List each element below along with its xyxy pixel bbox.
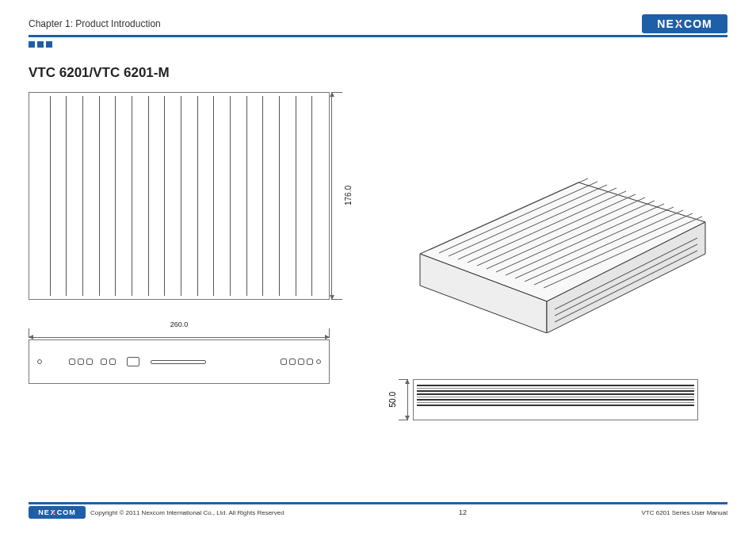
brand-logo: NEXCOM (642, 14, 727, 33)
dimension-depth: 50.0 (388, 379, 408, 420)
isometric-view-drawing (388, 95, 713, 333)
dimension-depth-value: 50.0 (388, 392, 397, 407)
footer-rule (29, 502, 727, 504)
front-view-drawing (29, 339, 330, 384)
header-rule (29, 35, 727, 37)
footer-copyright: Copyright © 2011 Nexcom International Co… (90, 509, 284, 516)
section-title: VTC 6201/VTC 6201-M (29, 65, 727, 81)
top-view-drawing (29, 92, 330, 300)
dimension-height: 176.0 (330, 92, 353, 300)
footer-page-number: 12 (284, 508, 642, 516)
chapter-label: Chapter 1: Product Introduction (29, 18, 161, 29)
dimension-width-value: 260.0 (29, 320, 330, 328)
footer-doc-title: VTC 6201 Series User Manual (642, 509, 728, 516)
side-view-drawing (413, 379, 698, 420)
dimension-height-value: 176.0 (344, 186, 353, 205)
footer-brand-logo: NEXCOM (29, 506, 86, 519)
dimension-width: 260.0 (29, 320, 330, 338)
header-accent-squares (29, 41, 727, 48)
